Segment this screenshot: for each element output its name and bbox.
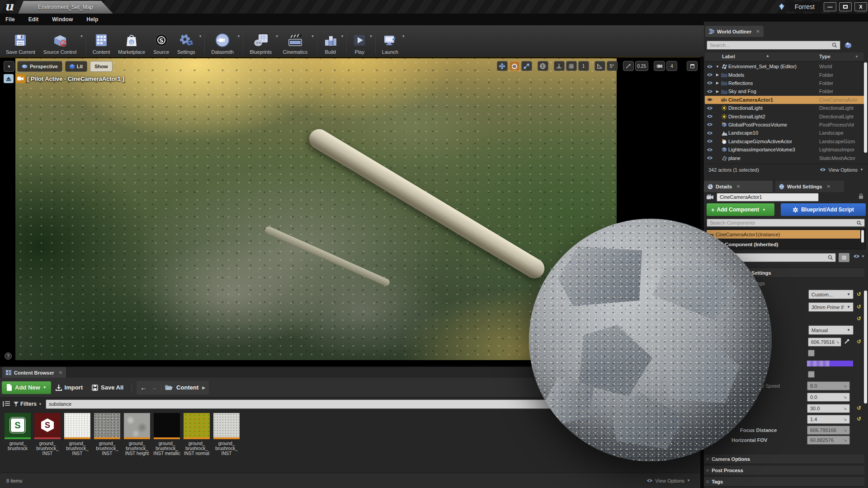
column-label[interactable]: Label	[722, 54, 735, 59]
cb-view-options-button[interactable]: View Options ▼	[646, 478, 690, 483]
section-post-process[interactable]: ▷ Post Process	[704, 465, 864, 475]
close-icon[interactable]: ✕	[59, 370, 62, 375]
eyedropper-icon[interactable]	[844, 338, 850, 346]
scale-snap-value-button[interactable]: 0.25	[635, 61, 648, 71]
type-filter-icon[interactable]: ▼	[855, 55, 859, 59]
save-current-button[interactable]: Save Current	[2, 25, 39, 56]
component-row[interactable]: SceneComponent (Inherited)	[707, 240, 860, 249]
menu-edit[interactable]: Edit	[28, 16, 39, 23]
datasmith-button[interactable]: Datasmith	[207, 25, 238, 56]
close-icon[interactable]: ✕	[736, 184, 740, 189]
column-type[interactable]: Type	[819, 54, 830, 59]
substance-source-button[interactable]: S Source	[149, 25, 173, 56]
components-scrollbar[interactable]	[861, 230, 864, 243]
viewport-options-dropdown[interactable]: ▼	[4, 61, 14, 72]
document-tab[interactable]: Environment_Set_Map	[18, 1, 113, 14]
tab-content-browser[interactable]: Content Browser ✕	[2, 367, 66, 378]
details-scrollbar[interactable]	[864, 291, 867, 404]
tab-world-settings[interactable]: World Settings ✕	[775, 181, 844, 192]
menu-help[interactable]: Help	[86, 16, 98, 23]
show-button[interactable]: Show	[90, 61, 112, 72]
build-dropdown-icon[interactable]: ▾	[341, 34, 344, 38]
outliner-row-folder[interactable]: ▶ Models Folder	[705, 70, 864, 79]
reset-icon[interactable]: ↺	[857, 405, 861, 411]
blueprint-add-script-button[interactable]: Blueprint/Add Script	[781, 203, 866, 216]
move-tool-button[interactable]	[497, 61, 508, 71]
outliner-row-folder[interactable]: ▶ Sky and Fog Folder	[705, 87, 864, 95]
asset-item[interactable]: S ground_ brushrock	[3, 413, 33, 451]
launch-dropdown-icon[interactable]: ▾	[402, 34, 405, 38]
eye-icon[interactable]	[705, 131, 715, 135]
reset-icon[interactable]: ↺	[857, 304, 861, 310]
eject-pilot-button[interactable]	[4, 74, 14, 83]
add-component-button[interactable]: + Add Component ▼	[707, 203, 774, 216]
eye-icon[interactable]	[705, 156, 715, 160]
settings-dropdown-icon[interactable]: ▾	[199, 34, 202, 38]
checkbox[interactable]	[808, 350, 815, 357]
datasmith-dropdown-icon[interactable]: ▾	[238, 34, 240, 38]
eye-icon[interactable]	[705, 81, 715, 85]
surface-snap-button[interactable]	[554, 61, 565, 71]
asset-item[interactable]: ground_ brushrock_ INST	[212, 413, 241, 456]
reset-icon[interactable]: ↺	[857, 416, 861, 422]
sources-panel-icon[interactable]	[3, 401, 10, 407]
blueprints-button[interactable]: Blueprints	[245, 25, 276, 56]
expander-icon[interactable]: ▶	[715, 81, 720, 85]
eye-icon[interactable]	[705, 98, 715, 102]
asset-item[interactable]: ground_ brushrock_ INST height	[122, 413, 152, 456]
eye-icon[interactable]	[705, 73, 715, 77]
focus-method-dropdown[interactable]: Manual ▼	[808, 325, 854, 335]
focus-distance-field[interactable]: 606.795166 ↘	[807, 426, 850, 435]
outliner-row-folder[interactable]: ▶ Reflections Folder	[705, 79, 864, 87]
settings-button[interactable]: Settings	[173, 25, 199, 56]
section-tags[interactable]: ▷ Tags	[704, 476, 864, 487]
outliner-row-light[interactable]: DirectionalLight2 DirectionalLight	[705, 112, 864, 120]
details-view-options-button[interactable]: ▼	[853, 254, 865, 258]
outliner-view-options-button[interactable]: View Options ▼	[820, 167, 863, 173]
build-button[interactable]: Build	[320, 25, 341, 56]
expander-icon[interactable]: ▶	[715, 73, 720, 77]
outliner-add-button[interactable]: +	[844, 41, 855, 50]
nav-forward-button[interactable]: →	[151, 384, 157, 391]
eye-icon[interactable]	[705, 114, 715, 118]
eye-icon[interactable]	[705, 148, 715, 152]
cinematics-button[interactable]: Cinematics	[279, 25, 311, 56]
viewport-scene[interactable]	[15, 58, 617, 360]
asset-item[interactable]: ground_ brushrock_ INST metallic	[152, 413, 182, 456]
nav-back-button[interactable]: ←	[140, 384, 147, 391]
add-new-button[interactable]: Add New ▼	[2, 381, 51, 394]
section-camera-options[interactable]: ▷ Camera Options	[704, 454, 864, 464]
perspective-button[interactable]: Perspective	[17, 61, 62, 72]
outliner-search-input[interactable]	[707, 41, 840, 50]
focal-length-field[interactable]: 30.0 ↘	[807, 404, 850, 413]
close-icon[interactable]: ✕	[826, 184, 830, 189]
asset-item[interactable]: S ground_ brushrock_ INST	[33, 413, 62, 456]
menu-file[interactable]: File	[5, 16, 15, 23]
eye-icon[interactable]	[705, 89, 715, 94]
maximize-button[interactable]	[839, 2, 852, 11]
rotate-tool-button[interactable]	[509, 61, 520, 71]
search-components-input[interactable]	[707, 219, 865, 227]
asset-item[interactable]: ground_ brushrock_ INST	[92, 413, 122, 456]
eye-icon[interactable]	[705, 139, 715, 143]
tab-world-outliner[interactable]: World Outliner ✕	[705, 26, 764, 37]
filmback-dropdown[interactable]: Custom... ▼	[808, 290, 854, 299]
tab-details[interactable]: Details ✕	[704, 181, 773, 192]
source-control-dropdown-icon[interactable]: ▾	[80, 34, 83, 38]
blueprints-dropdown-icon[interactable]: ▾	[276, 34, 278, 38]
menu-window[interactable]: Window	[52, 16, 73, 23]
outliner-row-gizmo[interactable]: LandscapeGizmoActiveActor LandscapeGizm	[705, 137, 864, 145]
grid-snap-value-button[interactable]: 1	[578, 61, 589, 71]
aperture-field[interactable]: 1.4 ↘	[807, 415, 850, 424]
outliner-row-staticmesh[interactable]: plane StaticMeshActor	[705, 154, 864, 162]
reset-icon[interactable]: ↺	[857, 315, 861, 322]
eye-icon[interactable]	[705, 122, 715, 127]
checkbox[interactable]	[808, 371, 815, 378]
asset-item[interactable]: ground_ brushrock_ INST normal	[182, 413, 212, 456]
expander-icon[interactable]: ▶	[715, 89, 720, 94]
play-dropdown-icon[interactable]: ▾	[370, 34, 372, 38]
help-icon[interactable]: ?	[5, 352, 12, 360]
breadcrumb-content[interactable]: Content	[176, 384, 198, 391]
outliner-row-volume[interactable]: LightmassImportanceVolume3 LightmassImpo…	[705, 145, 864, 154]
camera-speed-value-button[interactable]: 4	[666, 61, 677, 71]
